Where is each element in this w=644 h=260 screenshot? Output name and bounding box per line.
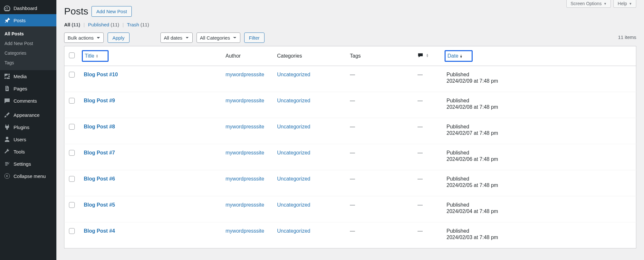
row-select-checkbox[interactable] <box>69 150 75 156</box>
dashboard-icon <box>4 5 10 11</box>
row-select-checkbox[interactable] <box>69 228 75 234</box>
date-filter-select[interactable]: All dates <box>160 32 193 43</box>
post-date: 2024/02/03 at 7:48 pm <box>447 235 498 240</box>
sidebar-item-users[interactable]: Users <box>0 133 56 145</box>
sidebar-item-comments[interactable]: Comments <box>0 95 56 107</box>
author-link[interactable]: mywordpresssite <box>226 124 264 129</box>
post-title-link[interactable]: Blog Post #10 <box>84 72 118 77</box>
row-select-checkbox[interactable] <box>69 176 75 182</box>
comments-value: — <box>418 176 423 181</box>
category-link[interactable]: Uncategorized <box>277 98 310 103</box>
sidebar-item-label: Dashboard <box>14 5 37 11</box>
sidebar-item-label: Users <box>14 137 26 142</box>
sidebar-item-plugins[interactable]: Plugins <box>0 121 56 133</box>
sidebar-subitem-all-posts[interactable]: All Posts <box>0 29 56 39</box>
pages-icon <box>4 85 10 92</box>
sidebar-item-pages[interactable]: Pages <box>0 82 56 95</box>
sidebar-item-label: Settings <box>14 161 31 167</box>
post-status: Published <box>447 98 631 104</box>
post-title-link[interactable]: Blog Post #5 <box>84 202 115 208</box>
sidebar-subitem-tags[interactable]: Tags <box>0 58 56 68</box>
wrench-icon <box>4 148 10 155</box>
author-link[interactable]: mywordpresssite <box>226 176 264 181</box>
filter-button[interactable]: Filter <box>244 32 264 43</box>
sort-icon: ▲▼ <box>460 54 463 58</box>
column-author: Author <box>226 53 241 59</box>
author-link[interactable]: mywordpresssite <box>226 202 264 208</box>
sort-icon: ▲▼ <box>96 54 99 58</box>
sidebar-item-label: Appearance <box>14 112 40 118</box>
sidebar-item-label: Media <box>14 74 27 79</box>
sidebar-item-media[interactable]: Media <box>0 70 56 82</box>
sidebar-submenu-posts: All Posts Add New Post Categories Tags <box>0 26 56 70</box>
post-date: 2024/02/05 at 7:48 pm <box>447 182 498 188</box>
sidebar-item-tools[interactable]: Tools <box>0 145 56 158</box>
sidebar-item-label: Pages <box>14 86 27 91</box>
bulk-actions-select[interactable]: Bulk actions <box>64 32 104 43</box>
view-filters: All (11) | Published (11) | Trash (11) S… <box>64 22 636 27</box>
post-status: Published <box>447 202 631 208</box>
sidebar-item-label: Tools <box>14 149 25 154</box>
author-link[interactable]: mywordpresssite <box>226 72 264 77</box>
comments-value: — <box>418 150 423 155</box>
sidebar-item-settings[interactable]: Settings <box>0 158 56 170</box>
user-icon <box>4 136 10 143</box>
sidebar-item-dashboard[interactable]: Dashboard <box>0 2 56 14</box>
column-title-sort[interactable]: Title ▲▼ <box>82 50 109 62</box>
post-title-link[interactable]: Blog Post #7 <box>84 150 115 155</box>
help-button[interactable]: Help▼ <box>613 0 636 8</box>
view-published[interactable]: Published (11) <box>88 22 119 27</box>
row-select-checkbox[interactable] <box>69 72 75 78</box>
row-select-checkbox[interactable] <box>69 124 75 130</box>
sidebar-item-posts[interactable]: Posts <box>0 14 56 26</box>
row-select-checkbox[interactable] <box>69 98 75 104</box>
table-row: Blog Post #10mywordpresssiteUncategorize… <box>64 66 636 92</box>
author-link[interactable]: mywordpresssite <box>226 228 264 234</box>
add-new-post-button[interactable]: Add New Post <box>91 6 132 17</box>
apply-button[interactable]: Apply <box>108 32 130 43</box>
tags-value: — <box>350 124 355 129</box>
post-title-link[interactable]: Blog Post #4 <box>84 228 115 234</box>
chevron-down-icon: ▼ <box>629 2 632 5</box>
tags-value: — <box>350 150 355 155</box>
post-date: 2024/02/07 at 7:48 pm <box>447 130 498 136</box>
select-all-checkbox[interactable] <box>69 52 75 58</box>
table-row: Blog Post #8mywordpresssiteUncategorized… <box>64 118 636 144</box>
tags-value: — <box>350 176 355 181</box>
table-row: Blog Post #9mywordpresssiteUncategorized… <box>64 92 636 118</box>
comment-icon <box>418 52 423 58</box>
author-link[interactable]: mywordpresssite <box>226 150 264 155</box>
post-title-link[interactable]: Blog Post #8 <box>84 124 115 129</box>
table-row: Blog Post #5mywordpresssiteUncategorized… <box>64 196 636 222</box>
table-row: Blog Post #7mywordpresssiteUncategorized… <box>64 144 636 170</box>
row-select-checkbox[interactable] <box>69 202 75 208</box>
sidebar-item-appearance[interactable]: Appearance <box>0 109 56 121</box>
comments-value: — <box>418 72 423 77</box>
category-link[interactable]: Uncategorized <box>277 176 310 181</box>
category-filter-select[interactable]: All Categories <box>197 32 240 43</box>
column-date-sort[interactable]: Date ▲▼ <box>445 50 473 62</box>
category-link[interactable]: Uncategorized <box>277 202 310 208</box>
view-all[interactable]: All (11) <box>64 22 80 27</box>
item-count: 11 items <box>618 34 636 40</box>
category-link[interactable]: Uncategorized <box>277 150 310 155</box>
post-status: Published <box>447 228 631 234</box>
category-link[interactable]: Uncategorized <box>277 124 310 129</box>
tags-value: — <box>350 72 355 77</box>
column-comments-sort[interactable]: ▲▼ <box>418 52 429 58</box>
post-status: Published <box>447 176 631 182</box>
sidebar-subitem-add-new[interactable]: Add New Post <box>0 39 56 48</box>
view-trash[interactable]: Trash (11) <box>127 22 149 27</box>
category-link[interactable]: Uncategorized <box>277 72 310 77</box>
sidebar-subitem-categories[interactable]: Categories <box>0 48 56 58</box>
collapse-icon <box>4 173 10 179</box>
post-title-link[interactable]: Blog Post #9 <box>84 98 115 103</box>
post-status: Published <box>447 72 631 78</box>
comments-value: — <box>418 202 423 208</box>
category-link[interactable]: Uncategorized <box>277 228 310 234</box>
author-link[interactable]: mywordpresssite <box>226 98 264 103</box>
screen-options-button[interactable]: Screen Options▼ <box>566 0 611 8</box>
sidebar-item-collapse[interactable]: Collapse menu <box>0 170 56 182</box>
brush-icon <box>4 112 10 118</box>
post-title-link[interactable]: Blog Post #6 <box>84 176 115 181</box>
